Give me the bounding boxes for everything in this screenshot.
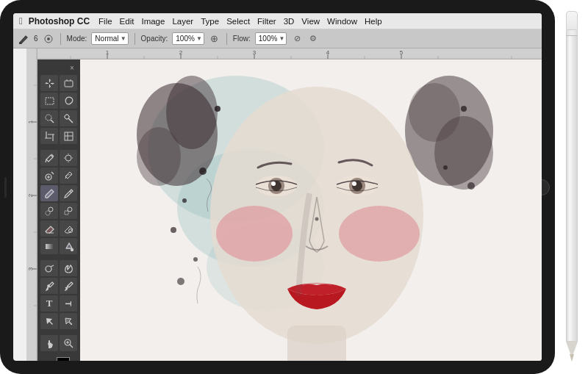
zoom-tool-button[interactable] [60,335,77,351]
mode-dropdown[interactable]: Normal ▼ [91,32,128,45]
svg-text:5: 5 [400,49,404,56]
opacity-label: Opacity: [141,35,168,43]
svg-rect-51 [287,326,346,361]
quick-select-tool-button[interactable] [40,110,58,126]
flow-dropdown[interactable]: 100% ▼ [255,32,287,45]
svg-text:3: 3 [27,267,34,270]
menu-layer[interactable]: Layer [172,17,193,26]
app-name[interactable]: Photoshop CC [29,16,90,26]
svg-point-55 [271,181,276,186]
clone-stamp-button[interactable] [40,203,58,219]
svg-line-96 [51,172,54,174]
svg-line-111 [70,345,73,348]
svg-marker-117 [570,354,574,362]
svg-point-47 [461,106,467,112]
svg-point-59 [352,181,356,186]
svg-point-106 [71,248,73,251]
tool-row-11 [39,260,79,276]
magic-wand-tool-button[interactable] [60,110,77,126]
text-tool-button[interactable]: T [40,295,58,312]
menu-type[interactable]: Type [201,17,219,26]
paint-bucket-button[interactable] [60,238,77,254]
svg-marker-64 [49,86,50,88]
hand-tool-button[interactable] [40,335,58,351]
svg-line-73 [68,118,73,123]
tools-close-area: × [39,62,79,73]
brush-size-value[interactable]: 6 [34,35,38,43]
smoothing-icon[interactable]: ⊘ [291,33,303,45]
toolbar: 6 Mode: Normal ▼ Opacity: 100% ▼ ⊕ [13,29,542,48]
bg-eraser-button[interactable] [60,220,77,237]
menu-3d[interactable]: 3D [284,17,295,26]
settings-icon[interactable]: ⚙ [307,33,319,45]
pattern-stamp-button[interactable] [60,203,77,219]
svg-point-43 [182,198,187,203]
svg-point-46 [177,278,184,285]
svg-rect-104 [46,244,54,249]
tool-row-10 [39,238,79,254]
menu-image[interactable]: Image [141,17,165,26]
path-select-button[interactable] [40,313,58,329]
color-swatches [48,357,70,361]
svg-point-44 [171,227,176,233]
svg-point-1 [47,37,50,40]
tool-row-9 [39,220,79,237]
lasso-tool-button[interactable] [60,93,77,109]
svg-point-99 [46,211,50,215]
move-tool-button[interactable] [40,75,58,91]
brush-settings-icon[interactable] [43,33,54,45]
spot-heal-tool-button[interactable] [40,168,58,184]
toolbar-separator-3 [226,33,227,45]
ruler-horizontal: 1 2 3 4 5 [34,48,542,60]
menu-window[interactable]: Window [327,17,357,26]
color-sampler-button[interactable] [60,150,77,166]
menu-file[interactable]: File [98,17,112,26]
menu-bar:  Photoshop CC File Edit Image Layer Typ… [13,13,542,29]
brush-tool-button[interactable] [40,185,58,201]
tool-row-7 [39,185,79,201]
svg-text:1: 1 [106,49,110,56]
svg-text:3: 3 [253,49,257,56]
menu-select[interactable]: Select [226,17,250,26]
svg-line-97 [70,191,71,193]
airbrush-icon[interactable]: ⊕ [209,33,220,45]
pen-tool-button[interactable] [40,278,58,294]
svg-text:2: 2 [27,193,34,197]
canvas-area[interactable] [37,60,542,361]
artboard-tool-button[interactable] [60,75,77,91]
tool-row-15 [39,335,79,351]
menu-view[interactable]: View [301,17,320,26]
svg-point-42 [199,168,207,175]
svg-text:2: 2 [179,49,183,56]
crop-tool-button[interactable] [40,128,58,144]
pencil-cap [566,11,578,30]
toolbar-separator-2 [135,33,135,45]
slice-tool-button[interactable] [60,128,77,144]
vertical-text-button[interactable]: T [60,295,77,312]
tool-row-5 [39,150,79,166]
color-swatches-area [39,357,79,361]
tool-row-2 [39,93,79,109]
menu-filter[interactable]: Filter [257,17,276,26]
burn-tool-button[interactable] [60,260,77,276]
eraser-tool-button[interactable] [40,220,58,237]
menu-help[interactable]: Help [365,17,382,26]
gradient-tool-button[interactable] [40,238,58,254]
tool-row-13: T T [39,295,79,312]
direct-select-button[interactable] [60,313,77,329]
rect-select-tool-button[interactable] [40,93,58,109]
brush-tool-icon[interactable] [18,33,29,45]
patch-tool-button[interactable] [60,168,77,184]
foreground-color-swatch[interactable] [57,357,70,361]
pencil-tool-button[interactable] [60,185,77,201]
mode-label: Mode: [67,35,87,43]
eyedropper-tool-button[interactable] [40,150,58,166]
svg-rect-101 [65,211,68,215]
tools-close-button[interactable]: × [68,64,76,71]
tool-row-6 [39,168,79,184]
menu-edit[interactable]: Edit [120,17,135,26]
svg-point-48 [443,165,448,170]
opacity-dropdown[interactable]: 100% ▼ [172,32,204,45]
dodge-tool-button[interactable] [40,260,58,276]
freeform-pen-button[interactable] [60,278,77,294]
